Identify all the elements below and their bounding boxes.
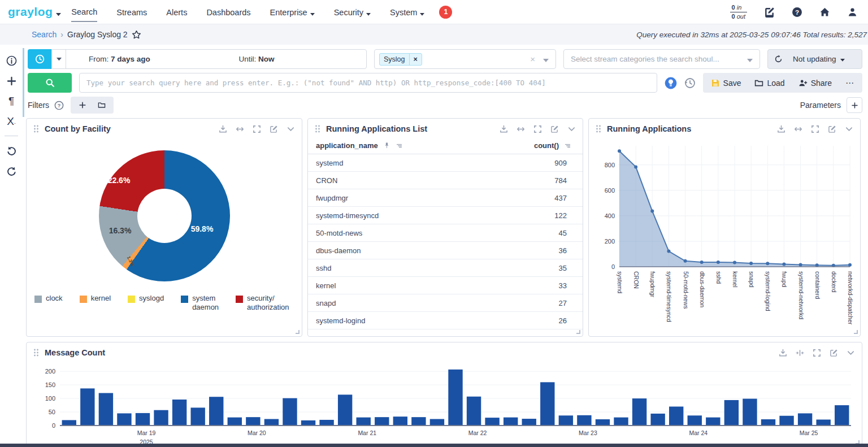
time-range-clock-button[interactable] xyxy=(28,49,51,69)
undo-icon[interactable] xyxy=(3,141,20,159)
move-horizontal-icon[interactable] xyxy=(794,125,802,133)
categories-caret-icon[interactable] xyxy=(747,54,753,64)
compress-icon[interactable] xyxy=(796,349,804,357)
cell-application-name[interactable]: kernel xyxy=(316,281,336,290)
redo-icon[interactable] xyxy=(3,162,20,180)
download-icon[interactable] xyxy=(500,125,508,133)
table-row[interactable]: snapd27 xyxy=(308,294,583,312)
edit-icon[interactable] xyxy=(830,349,838,357)
paragraph-icon[interactable]: ¶ xyxy=(3,92,20,110)
drag-handle-icon[interactable] xyxy=(33,125,39,133)
table-row[interactable]: dbus-daemon36 xyxy=(308,242,583,259)
more-actions-button[interactable]: ⋯ xyxy=(845,78,854,88)
nav-item-enterprise[interactable]: Enterprise xyxy=(270,2,315,22)
cell-count[interactable]: 437 xyxy=(554,194,575,202)
query-help-icon[interactable] xyxy=(665,77,677,89)
cell-count[interactable]: 784 xyxy=(554,176,575,185)
expand-icon[interactable] xyxy=(253,125,261,133)
drag-handle-icon[interactable] xyxy=(33,349,39,357)
nav-item-security[interactable]: Security xyxy=(334,2,371,22)
cell-application-name[interactable]: 50-motd-news xyxy=(316,229,362,237)
cell-application-name[interactable]: sshd xyxy=(316,264,331,272)
cell-count[interactable]: 27 xyxy=(559,299,575,307)
save-button[interactable]: Save xyxy=(711,79,741,88)
nav-item-alerts[interactable]: Alerts xyxy=(166,2,187,21)
edit-icon[interactable] xyxy=(270,125,278,133)
cell-application-name[interactable]: fwupdmgr xyxy=(316,194,348,202)
legend-item[interactable]: clock xyxy=(34,294,63,303)
cell-application-name[interactable]: systemd xyxy=(316,159,343,167)
drag-handle-icon[interactable] xyxy=(315,125,320,133)
resize-handle[interactable] xyxy=(296,330,300,334)
cell-application-name[interactable]: snapd xyxy=(316,299,336,307)
share-button[interactable]: Share xyxy=(798,79,832,88)
stream-caret-icon[interactable] xyxy=(543,54,549,64)
table-row[interactable]: sshd35 xyxy=(308,259,583,277)
edit-icon[interactable] xyxy=(828,125,836,133)
column-header-count[interactable]: count() xyxy=(534,141,559,150)
legend-item[interactable]: system daemon xyxy=(181,294,219,312)
nav-item-streams[interactable]: Streams xyxy=(116,2,147,21)
notification-badge[interactable]: 1 xyxy=(439,6,452,19)
search-button[interactable] xyxy=(28,73,72,93)
resize-handle[interactable] xyxy=(854,330,858,334)
pin-icon[interactable] xyxy=(383,142,390,149)
chevron-down-icon[interactable] xyxy=(567,125,576,133)
cell-application-name[interactable]: CRON xyxy=(316,176,337,185)
table-row[interactable]: 50-motd-news45 xyxy=(308,224,583,242)
time-until[interactable]: Until: Now xyxy=(216,55,367,63)
cell-application-name[interactable]: systemd-timesyncd xyxy=(316,211,379,220)
load-filter-folder-icon[interactable] xyxy=(93,98,110,112)
edit-icon[interactable] xyxy=(550,125,559,133)
nav-item-search[interactable]: Search xyxy=(71,2,97,22)
chevron-down-icon[interactable] xyxy=(845,125,853,133)
breadcrumb-search-link[interactable]: Search xyxy=(32,30,57,39)
fields-icon[interactable]: X. xyxy=(3,112,20,131)
cell-count[interactable]: 45 xyxy=(559,229,575,237)
move-horizontal-icon[interactable] xyxy=(236,125,244,133)
table-row[interactable]: CRON784 xyxy=(308,172,583,189)
compose-icon[interactable] xyxy=(764,7,775,18)
stream-clear-icon[interactable]: × xyxy=(530,54,535,64)
legend-item[interactable]: syslogd xyxy=(128,294,164,303)
add-parameter-button[interactable] xyxy=(847,97,862,113)
cell-count[interactable]: 26 xyxy=(559,316,575,325)
favorite-star-icon[interactable] xyxy=(132,30,141,40)
time-range-caret-button[interactable] xyxy=(51,49,66,69)
query-history-icon[interactable] xyxy=(684,77,696,89)
sort-icon[interactable] xyxy=(396,142,403,149)
time-from[interactable]: From: 7 days ago xyxy=(66,55,216,63)
table-row[interactable]: fwupdmgr437 xyxy=(308,189,583,207)
expand-icon[interactable] xyxy=(533,125,542,133)
cell-application-name[interactable]: dbus-daemon xyxy=(316,246,361,255)
chevron-down-icon[interactable] xyxy=(287,125,295,133)
refresh-interval-dropdown[interactable]: Not updating xyxy=(788,55,845,63)
expand-icon[interactable] xyxy=(813,349,821,357)
add-filter-icon[interactable] xyxy=(74,98,91,112)
nav-item-system[interactable]: System xyxy=(390,2,424,22)
cell-count[interactable]: 122 xyxy=(554,211,575,220)
cell-count[interactable]: 36 xyxy=(559,246,575,255)
stream-filter-select[interactable]: Syslog × × xyxy=(374,49,556,69)
table-row[interactable]: systemd-logind26 xyxy=(308,312,583,329)
stream-chip-remove-icon[interactable]: × xyxy=(409,54,422,65)
resize-handle[interactable] xyxy=(576,330,580,334)
info-icon[interactable] xyxy=(3,51,20,70)
table-row[interactable]: kernel33 xyxy=(308,277,583,294)
applications-area-chart[interactable]: 0200400600800systemdCRONfwupdmgrsystemd-… xyxy=(589,137,860,333)
logo-caret-icon[interactable] xyxy=(56,8,61,18)
graylog-logo[interactable]: graylog xyxy=(8,5,53,19)
cell-application-name[interactable]: systemd-logind xyxy=(316,316,365,325)
download-icon[interactable] xyxy=(779,349,787,357)
download-icon[interactable] xyxy=(777,125,785,133)
user-icon[interactable] xyxy=(847,7,858,18)
stream-categories-select[interactable]: Select stream categories the search shou… xyxy=(563,49,760,69)
download-icon[interactable] xyxy=(219,125,227,133)
cell-count[interactable]: 909 xyxy=(554,159,575,167)
facility-donut-chart[interactable]: 59.8%1.3%16.3%22.6% xyxy=(99,150,230,281)
chevron-down-icon[interactable] xyxy=(847,349,855,357)
legend-item[interactable]: security/ authorization xyxy=(236,294,289,312)
cell-count[interactable]: 35 xyxy=(559,264,575,272)
add-icon[interactable] xyxy=(3,72,20,90)
legend-item[interactable]: kernel xyxy=(80,294,111,303)
